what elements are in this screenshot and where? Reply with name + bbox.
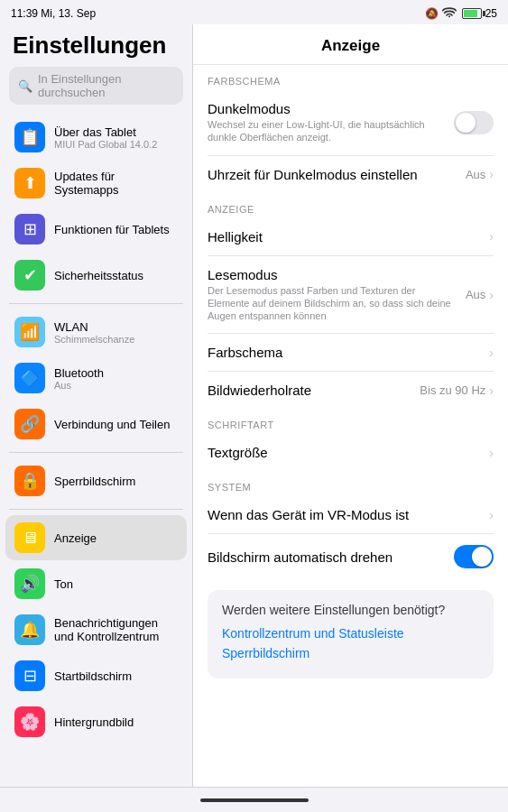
sidebar-subtitle-wlan: Schimmelschanze [54, 334, 134, 345]
status-icons: 🔕 25 [425, 5, 497, 21]
sidebar-icon-wlan: 📶 [14, 317, 45, 347]
chevron-icon-farbschema-item: › [489, 346, 494, 360]
sidebar-icon-functions: ⊞ [14, 214, 45, 245]
sidebar-item-startbildschirm[interactable]: ⊟ Startbildschirm [5, 653, 187, 698]
suggestion-link-1[interactable]: Kontrollzentrum und Statusleiste [222, 626, 479, 641]
section-schriftart: SCHRIFTART Textgröße › [193, 409, 508, 471]
section-label-farbschema: FARBSCHEMA [193, 65, 508, 90]
battery-percent: 25 [485, 7, 497, 20]
sidebar-icon-verbindung: 🔗 [14, 409, 45, 439]
status-bar: 11:39 Mi, 13. Sep 🔕 25 [0, 0, 508, 24]
sidebar-item-functions[interactable]: ⊞ Funktionen für Tablets [5, 207, 187, 252]
sidebar-label-benachrichtigungen: Benachrichtigungen und Kontrollzentrum [54, 616, 178, 643]
item-title-bildwiederholrate: Bildwiederholrate [208, 383, 412, 398]
sidebar-label-bluetooth: Bluetooth [54, 366, 104, 380]
settings-item-bildwiederholrate[interactable]: Bildwiederholrate Bis zu 90 Hz› [208, 372, 494, 409]
bottom-bar [0, 787, 508, 812]
toggle-auto-drehen[interactable] [454, 545, 494, 568]
search-input[interactable]: In Einstellungen durchsuchen [38, 72, 174, 99]
sidebar-icon-updates: ⬆ [14, 168, 45, 198]
sidebar-label-hintergrundbild: Hintergrundbild [54, 715, 134, 729]
sidebar-item-updates[interactable]: ⬆ Updates für Systemapps [5, 161, 187, 206]
settings-group-farbschema: Dunkelmodus Wechsel zu einer Low-Light-U… [193, 90, 508, 193]
wifi-icon [442, 5, 457, 21]
settings-item-helligkeit[interactable]: Helligkeit › [208, 218, 494, 256]
sidebar-icon-benachrichtigungen: 🔔 [14, 614, 45, 645]
sidebar-title: Einstellungen [0, 24, 192, 67]
sidebar-item-anzeige[interactable]: 🖥 Anzeige [5, 515, 187, 560]
sidebar-item-hintergrundbild[interactable]: 🌸 Hintergrundbild [5, 699, 187, 744]
sidebar-label-ton: Ton [54, 577, 73, 591]
settings-item-uhrzeit-dunkelmodus[interactable]: Uhrzeit für Dunkelmodus einstellen Aus› [208, 156, 494, 193]
sidebar-icon-bluetooth: 🔷 [14, 363, 45, 393]
sidebar-icon-tablet: 📋 [14, 122, 45, 152]
sidebar-subtitle-tablet: MIUI Pad Global 14.0.2 [54, 139, 157, 150]
sidebar: Einstellungen 🔍 In Einstellungen durchsu… [0, 24, 192, 787]
sidebar-item-benachrichtigungen[interactable]: 🔔 Benachrichtigungen und Kontrollzentrum [5, 607, 187, 652]
content-panel: Anzeige FARBSCHEMA Dunkelmodus Wechsel z… [192, 24, 508, 787]
settings-item-textgroesse[interactable]: Textgröße › [208, 434, 494, 471]
sidebar-items-list: 📋 Über das Tablet MIUI Pad Global 14.0.2… [0, 114, 192, 745]
content-sections: FARBSCHEMA Dunkelmodus Wechsel zu einer … [193, 65, 508, 579]
sidebar-label-functions: Funktionen für Tablets [54, 223, 170, 236]
item-value-uhrzeit-dunkelmodus: Aus [466, 168, 485, 181]
sidebar-label-sperrbildschirm: Sperrbildschirm [54, 475, 135, 488]
chevron-icon-bildwiederholrate: › [489, 383, 494, 398]
section-system: SYSTEM Wenn das Gerät im VR-Modus ist › … [193, 471, 508, 579]
suggestion-title: Werden weitere Einstellungen benötigt? [222, 603, 479, 617]
settings-item-auto-drehen[interactable]: Bildschirm automatisch drehen [208, 534, 494, 579]
chevron-icon-uhrzeit-dunkelmodus: › [489, 167, 494, 181]
item-title-vr-modus: Wenn das Gerät im VR-Modus ist [208, 507, 482, 522]
item-title-auto-drehen: Bildschirm automatisch drehen [208, 549, 447, 565]
settings-item-lesemodus[interactable]: Lesemodus Der Lesemodus passt Farben und… [208, 256, 494, 335]
section-label-system: SYSTEM [193, 471, 508, 496]
sidebar-icon-ton: 🔊 [14, 568, 45, 599]
sidebar-item-security[interactable]: ✔ Sicherheitsstatus [5, 253, 187, 298]
chevron-icon-helligkeit: › [489, 229, 494, 244]
sidebar-label-tablet: Über das Tablet [54, 125, 157, 139]
settings-item-dunkelmodus[interactable]: Dunkelmodus Wechsel zu einer Low-Light-U… [208, 90, 494, 156]
sidebar-label-verbindung: Verbindung und Teilen [54, 418, 170, 431]
sidebar-label-startbildschirm: Startbildschirm [54, 669, 132, 683]
sidebar-label-updates: Updates für Systemapps [54, 170, 178, 197]
sidebar-item-wlan[interactable]: 📶 WLAN Schimmelschanze [5, 309, 187, 355]
item-title-farbschema-item: Farbschema [208, 345, 482, 360]
settings-group-schriftart: Textgröße › [193, 434, 508, 471]
sidebar-label-wlan: WLAN [54, 320, 134, 334]
search-icon: 🔍 [18, 79, 32, 93]
battery-icon [462, 8, 482, 19]
suggestion-link-2[interactable]: Sperrbildschirm [222, 646, 479, 660]
item-title-dunkelmodus: Dunkelmodus [208, 101, 447, 116]
sidebar-label-anzeige: Anzeige [54, 531, 97, 545]
sidebar-subtitle-bluetooth: Aus [54, 380, 104, 391]
sidebar-divider [9, 303, 183, 304]
settings-item-farbschema-item[interactable]: Farbschema › [208, 334, 494, 372]
sidebar-item-tablet[interactable]: 📋 Über das Tablet MIUI Pad Global 14.0.2 [5, 115, 187, 160]
sidebar-icon-startbildschirm: ⊟ [14, 660, 45, 691]
section-farbschema: FARBSCHEMA Dunkelmodus Wechsel zu einer … [193, 65, 508, 193]
section-label-anzeige: ANZEIGE [193, 193, 508, 218]
item-desc-dunkelmodus: Wechsel zu einer Low-Light-UI, die haupt… [208, 118, 447, 144]
sidebar-icon-hintergrundbild: 🌸 [14, 706, 45, 737]
sidebar-item-sperrbildschirm[interactable]: 🔒 Sperrbildschirm [5, 458, 187, 503]
sidebar-item-ton[interactable]: 🔊 Ton [5, 561, 187, 606]
toggle-dunkelmodus[interactable] [454, 111, 494, 134]
suggestion-card: Werden weitere Einstellungen benötigt? K… [208, 590, 494, 678]
sidebar-label-security: Sicherheitsstatus [54, 269, 143, 282]
item-title-uhrzeit-dunkelmodus: Uhrzeit für Dunkelmodus einstellen [208, 167, 458, 182]
settings-item-vr-modus[interactable]: Wenn das Gerät im VR-Modus ist › [208, 496, 494, 534]
item-value-lesemodus: Aus [466, 288, 485, 301]
search-bar[interactable]: 🔍 In Einstellungen durchsuchen [9, 67, 183, 105]
home-indicator[interactable] [200, 798, 309, 802]
notification-icon: 🔕 [425, 7, 439, 20]
section-label-schriftart: SCHRIFTART [193, 409, 508, 434]
chevron-icon-textgroesse: › [489, 446, 494, 460]
sidebar-divider [9, 509, 183, 510]
item-title-helligkeit: Helligkeit [208, 229, 482, 245]
svg-point-0 [448, 15, 450, 17]
item-title-lesemodus: Lesemodus [208, 267, 458, 282]
status-time: 11:39 Mi, 13. Sep [11, 7, 96, 20]
sidebar-item-verbindung[interactable]: 🔗 Verbindung und Teilen [5, 401, 187, 447]
settings-group-anzeige: Helligkeit › Lesemodus Der Lesemodus pas… [193, 218, 508, 410]
sidebar-item-bluetooth[interactable]: 🔷 Bluetooth Aus [5, 355, 187, 401]
